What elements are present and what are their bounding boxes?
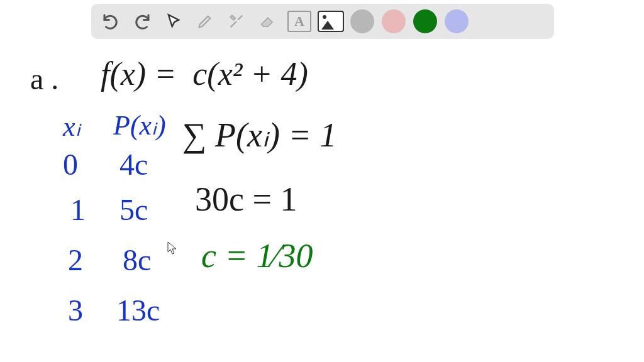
row3-p: 13c	[116, 295, 160, 326]
text-tool[interactable]: A	[285, 7, 314, 36]
thirty-c-equation: 30c = 1	[195, 182, 297, 216]
tools-icon	[228, 13, 245, 30]
toolbar: A	[91, 4, 554, 39]
swatch-lavender	[445, 9, 469, 33]
redo-icon	[133, 12, 152, 31]
swatch-gray	[350, 9, 374, 33]
row2-x: 2	[68, 245, 83, 275]
color-gray[interactable]	[348, 7, 377, 36]
eraser-icon	[258, 13, 277, 30]
undo-icon	[101, 12, 120, 31]
eraser-tool[interactable]	[253, 7, 282, 36]
equation-fx: f(x) = c(x² + 4)	[101, 58, 308, 90]
color-pink[interactable]	[379, 7, 408, 36]
select-tool[interactable]	[159, 7, 188, 36]
text-icon: A	[287, 11, 311, 32]
row1-x: 1	[70, 195, 86, 225]
image-tool[interactable]	[316, 7, 345, 36]
tools-button[interactable]	[222, 7, 251, 36]
canvas-cursor-icon	[167, 241, 177, 255]
cursor-icon	[165, 13, 182, 30]
row0-p: 4c	[119, 150, 148, 180]
row1-p: 5c	[119, 195, 148, 225]
c-solution: c = 1⁄30	[201, 239, 313, 273]
redo-button[interactable]	[128, 7, 157, 36]
color-green[interactable]	[411, 7, 440, 36]
image-icon	[318, 11, 344, 32]
undo-button[interactable]	[96, 7, 125, 36]
color-lavender[interactable]	[442, 7, 471, 36]
row0-x: 0	[63, 150, 78, 180]
part-label: a .	[30, 64, 58, 94]
pen-icon	[196, 13, 214, 30]
whiteboard-canvas[interactable]: a . f(x) = c(x² + 4) xᵢ P(xᵢ) 0 4c 1 5c …	[0, 44, 644, 362]
table-header-pxi: P(xᵢ)	[113, 112, 166, 140]
pen-tool[interactable]	[191, 7, 219, 36]
sum-equation: ∑ P(xᵢ) = 1	[182, 118, 336, 152]
swatch-green	[413, 9, 437, 33]
table-header-xi: xᵢ	[63, 113, 80, 141]
swatch-pink	[382, 9, 406, 33]
row3-x: 3	[68, 295, 83, 326]
row2-p: 8c	[123, 245, 151, 275]
